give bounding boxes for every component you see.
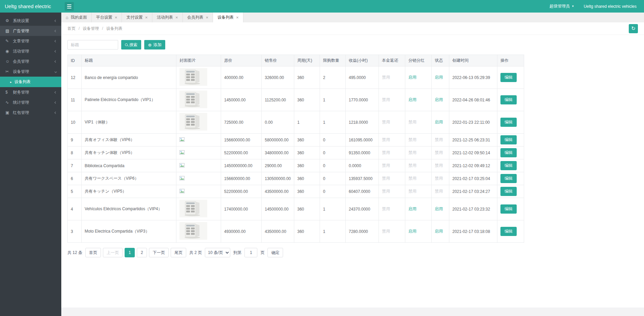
refresh-button[interactable]: ↻ <box>629 24 638 33</box>
cell-id: 11 <box>68 89 82 111</box>
cell-dividend: 禁用 <box>405 172 432 185</box>
chevron-left-icon <box>55 101 57 103</box>
edit-button[interactable]: 编辑 <box>500 95 517 104</box>
pagination-page-1-button[interactable]: 1 <box>125 248 135 257</box>
sidebar-item-system-settings[interactable]: ⚙ 系统设置 <box>0 16 61 26</box>
pagination-prev-button[interactable]: 上一页 <box>103 248 123 257</box>
edit-button[interactable]: 编辑 <box>500 135 517 144</box>
cell-dividend: 禁用 <box>405 111 432 134</box>
cell-principal-return: 禁用 <box>379 89 405 111</box>
content: 搜索 ⊕ 添加 ID 标题 封面图片 <box>61 35 644 257</box>
pagination: 共 12 条 首页 上一页 1 2 下一页 尾页 共 2 页 10 条/页 到第… <box>67 248 638 257</box>
admin-role-dropdown[interactable]: 超级管理员 ▼ <box>550 3 574 9</box>
cell-original-price: 156600000.00 <box>221 134 262 146</box>
cell-principal-return: 禁用 <box>379 198 405 220</box>
cell-cover-image <box>176 185 221 198</box>
cell-purchase-limit: 1 <box>320 111 346 134</box>
image-icon: ▨ <box>5 28 13 33</box>
cell-original-price: 1450000.00 <box>221 89 262 111</box>
edit-button[interactable]: 编辑 <box>500 204 517 214</box>
sidebar-item-label: 统计管理 <box>13 100 55 105</box>
tab-device-list[interactable]: 设备列表 × <box>213 13 243 22</box>
edit-button[interactable]: 编辑 <box>500 161 517 170</box>
add-button[interactable]: ⊕ 添加 <box>144 40 165 50</box>
cell-title: Patinete Eléctrico Compartido（VIP1） <box>82 89 176 111</box>
sidebar-item-finance-management[interactable]: $ 财务管理 <box>0 87 61 97</box>
cell-cycle-days: 360 <box>294 172 320 185</box>
device-cover-photo <box>179 91 207 108</box>
cell-cover-image <box>176 89 221 111</box>
cell-principal-return: 禁用 <box>379 66 405 89</box>
close-icon[interactable]: × <box>175 15 178 20</box>
close-icon[interactable]: × <box>206 15 209 20</box>
cell-cycle-days: 1 <box>294 111 320 134</box>
edit-button[interactable]: 编辑 <box>500 227 517 236</box>
cell-cover-image <box>176 111 221 134</box>
table-header-row: ID 标题 封面图片 原价 销售价 周期(天) 限购数量 收益(小时) 本金返还… <box>68 55 524 66</box>
sidebar-item-stats-management[interactable]: ∿ 统计管理 <box>0 97 61 107</box>
close-icon[interactable]: × <box>236 15 239 20</box>
cell-cover-image <box>176 159 221 172</box>
sidebar-item-label: 活动管理 <box>13 48 55 54</box>
cell-status: 启用 <box>432 89 449 111</box>
close-icon[interactable]: × <box>115 15 117 20</box>
chevron-down-icon <box>55 70 57 73</box>
col-revenue: 收益(小时) <box>346 55 379 66</box>
table-row: 6 共有ワークスペース（VIP6） 156600000.00 130500000… <box>68 172 524 185</box>
sidebar-item-activity-management[interactable]: ◉ 活动管理 <box>0 46 61 56</box>
pagination-last-button[interactable]: 尾页 <box>171 248 186 257</box>
tab-payment-settings[interactable]: 支付设置 × <box>122 13 152 22</box>
cell-sale-price: 1125200.00 <box>262 89 294 111</box>
sidebar-item-device-management[interactable]: ✂ 设备管理 <box>0 66 61 77</box>
title-search-input[interactable] <box>67 40 118 50</box>
page-size-select[interactable]: 10 条/页 <box>205 248 230 257</box>
cell-sale-price: 34800000.00 <box>262 146 294 159</box>
sidebar-subitem-device-list[interactable]: ▸ 设备列表 <box>0 77 61 87</box>
search-button[interactable]: 搜索 <box>121 40 141 50</box>
breadcrumb-home[interactable]: 首页 <box>67 26 76 32</box>
edit-button[interactable]: 编辑 <box>500 187 517 196</box>
sidebar-item-member-management[interactable]: ☺ 会员管理 <box>0 56 61 66</box>
device-cover-photo <box>179 222 207 240</box>
cell-purchase-limit: 0 <box>320 134 346 146</box>
home-icon: ⌂ <box>66 15 68 20</box>
broken-image-icon <box>179 189 185 193</box>
sidebar-item-article-management[interactable]: ✎ 文章管理 <box>0 36 61 46</box>
goto-confirm-button[interactable]: 确定 <box>267 248 283 257</box>
cell-title: Banco de energía compartido <box>82 66 176 89</box>
tab-my-desktop[interactable]: ⌂ 我的桌面 <box>61 13 92 22</box>
breadcrumb-device-management[interactable]: 设备管理 <box>83 26 99 32</box>
close-icon[interactable]: × <box>145 15 148 20</box>
sidebar-item-ad-management[interactable]: ▨ 广告管理 <box>0 26 61 36</box>
table-row: 7 Biblioteca Compartida 1450000000.00 29… <box>68 159 524 172</box>
cell-action: 编辑 <box>497 134 524 146</box>
edit-button[interactable]: 编辑 <box>500 118 517 127</box>
pagination-page-2-button[interactable]: 2 <box>137 248 147 257</box>
tab-member-list[interactable]: 会员列表 × <box>183 13 213 22</box>
cell-dividend: 启用 <box>405 89 432 111</box>
cell-status: 禁用 <box>432 146 449 159</box>
cell-status: 禁用 <box>432 134 449 146</box>
pagination-next-button[interactable]: 下一页 <box>149 248 169 257</box>
tab-activity-list[interactable]: 活动列表 × <box>152 13 183 22</box>
cell-action: 编辑 <box>497 198 524 220</box>
tab-label: 我的桌面 <box>71 15 87 20</box>
cell-id: 6 <box>68 172 82 185</box>
sidebar-item-redpacket-management[interactable]: ▣ 红包管理 <box>0 107 61 118</box>
edit-button[interactable]: 编辑 <box>500 148 517 157</box>
cell-revenue: 91350.0000 <box>346 146 379 159</box>
cell-sale-price: 326000.00 <box>262 66 294 89</box>
chevron-left-icon <box>55 111 57 114</box>
col-created-at: 创建时间 <box>449 55 497 66</box>
edit-button[interactable]: 编辑 <box>500 174 517 183</box>
pagination-first-button[interactable]: 首页 <box>85 248 101 257</box>
cell-dividend: 启用 <box>405 66 432 89</box>
cell-original-price: 17400000.00 <box>221 198 262 220</box>
cell-created-at: 2021-12-25 06:23:31 <box>449 134 497 146</box>
goto-page-input[interactable] <box>244 248 257 257</box>
cell-revenue: 24370.0000 <box>346 198 379 220</box>
cell-action: 编辑 <box>497 66 524 89</box>
edit-button[interactable]: 编辑 <box>500 73 517 82</box>
tab-platform-settings[interactable]: 平台设置 × <box>92 13 122 22</box>
sidebar-toggle-button[interactable] <box>65 2 74 11</box>
